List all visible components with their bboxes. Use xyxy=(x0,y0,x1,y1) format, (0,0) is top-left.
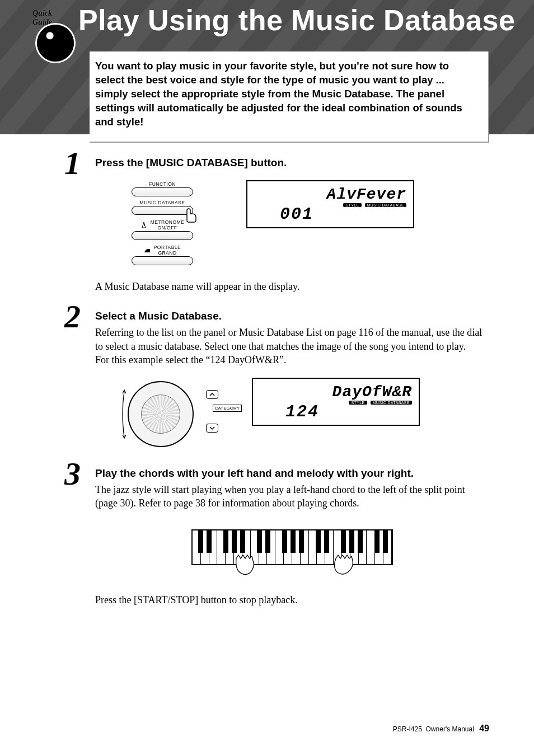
intro-box: You want to play music in your favorite … xyxy=(90,51,489,143)
dial-inner xyxy=(141,395,180,434)
step1-diagram: FUNCTION MUSIC DATABASE METRONOME ON/OFF xyxy=(118,180,489,269)
chevron-down-icon xyxy=(209,426,215,430)
metronome-label: METRONOME ON/OFF xyxy=(151,219,185,231)
lcd-number: 001 xyxy=(280,205,313,224)
category-up-button xyxy=(206,390,218,399)
metronome-icon xyxy=(140,222,147,228)
step-heading: Select a Music Database. xyxy=(95,310,489,322)
keyboard xyxy=(191,529,393,565)
step2-body: Referring to the list on the panel or Mu… xyxy=(95,326,489,367)
step2-diagram: CATEGORY DayOfW&R STYLE MUSIC DATABASE 1… xyxy=(118,378,489,450)
page-title: Play Using the Music Database xyxy=(78,3,515,37)
lcd-name: DayOfW&R xyxy=(260,383,412,401)
step3-body: The jazz style will start playing when y… xyxy=(95,483,489,510)
music-database-button xyxy=(132,206,193,215)
lcd-tags: STYLE MUSIC DATABASE xyxy=(260,401,412,405)
step-heading: Press the [MUSIC DATABASE] button. xyxy=(95,157,489,169)
keyboard-illustration: ♪ 𝄞 Split Point ▼ ♪ ♫ xyxy=(191,529,393,565)
lcd-tag-mdb: MUSIC DATABASE xyxy=(365,203,406,207)
function-label: FUNCTION xyxy=(118,181,207,187)
lcd-tag-mdb: MUSIC DATABASE xyxy=(371,401,412,405)
right-hand-icon xyxy=(326,554,357,581)
music-database-label: MUSIC DATABASE xyxy=(118,200,207,205)
lcd-tags: STYLE MUSIC DATABASE xyxy=(254,203,406,207)
lcd-number: 124 xyxy=(285,402,319,421)
step3-after-text: Press the [START/STOP] button to stop pl… xyxy=(95,593,489,607)
lcd-display-1: AlvFever STYLE MUSIC DATABASE 001 xyxy=(246,180,414,228)
lcd-name: AlvFever xyxy=(254,186,406,203)
black-keys xyxy=(193,530,392,553)
left-hand-icon xyxy=(231,554,262,581)
intro-text: You want to play music in your favorite … xyxy=(95,59,471,129)
portable-grand-label: PORTABLE GRAND xyxy=(154,245,181,256)
lcd-tag-style: STYLE xyxy=(343,203,361,207)
step-2: 2 Select a Music Database. Referring to … xyxy=(67,310,489,450)
footer-product: PSR-I425 xyxy=(393,725,422,733)
lcd-tag-style: STYLE xyxy=(349,401,367,405)
function-button xyxy=(132,187,193,196)
lcd-display-2: DayOfW&R STYLE MUSIC DATABASE 124 xyxy=(252,378,420,426)
step1-after-text: A Music Database name will appear in the… xyxy=(95,280,489,293)
badge-icon xyxy=(37,25,74,62)
page-footer: PSR-I425 Owner's Manual 49 xyxy=(393,724,489,734)
step-heading: Play the chords with your left hand and … xyxy=(95,467,489,480)
step-3: 3 Play the chords with your left hand an… xyxy=(67,467,489,607)
piano-icon xyxy=(144,247,151,253)
quick-guide-label: Quick Guide xyxy=(32,9,73,27)
footer-manual: Owner's Manual xyxy=(426,725,474,733)
manual-page: Quick Guide Play Using the Music Databas… xyxy=(0,0,534,756)
page-number: 49 xyxy=(479,724,489,733)
data-dial-illustration: CATEGORY xyxy=(118,378,213,450)
step-number: 2 xyxy=(64,298,81,335)
category-label: CATEGORY xyxy=(213,405,242,412)
page-header: Quick Guide Play Using the Music Databas… xyxy=(0,0,534,134)
step-number: 1 xyxy=(64,144,81,182)
step-number: 3 xyxy=(64,455,81,492)
metronome-button xyxy=(132,231,193,240)
dial-rotate-arrows-icon xyxy=(120,388,129,440)
step-1: 1 Press the [MUSIC DATABASE] button. FUN… xyxy=(67,157,489,293)
chevron-up-icon xyxy=(209,392,215,397)
category-down-button xyxy=(206,424,218,433)
portable-grand-button xyxy=(132,256,193,265)
quick-guide-badge: Quick Guide xyxy=(17,6,73,62)
button-panel-illustration: FUNCTION MUSIC DATABASE METRONOME ON/OFF xyxy=(118,180,207,269)
